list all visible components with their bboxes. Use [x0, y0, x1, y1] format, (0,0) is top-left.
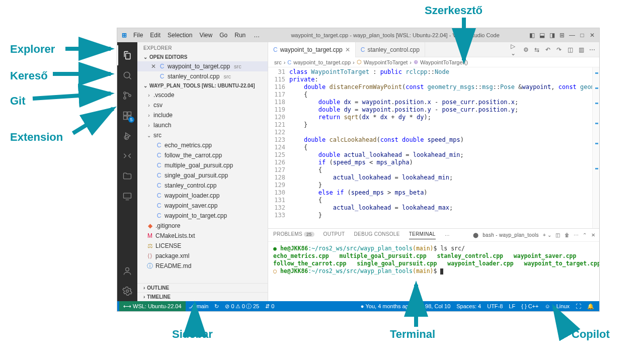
status-blame[interactable]: ● You, 4 months ago [358, 301, 415, 311]
annotation-sidebar: Sidebar [172, 328, 213, 341]
file-item[interactable]: ⟨⟩package.xml [137, 251, 268, 261]
folder-item[interactable]: ›.vscode [137, 90, 268, 100]
activity-remote[interactable] [117, 146, 137, 166]
code-content[interactable]: class WaypointToTarget : public rclcpp::… [289, 67, 592, 228]
editor-actions: ▷ ⌄ ⚙ ⇆ ↶ ↷ ◫ ▥ ⋯ [511, 46, 596, 54]
cpp-file-icon: C [158, 73, 166, 80]
activity-extensions[interactable]: 5 [117, 106, 137, 126]
layout-icon[interactable]: ▥ [577, 46, 585, 54]
activity-search[interactable] [117, 65, 137, 85]
file-item[interactable]: Cfollow_the_carrot.cpp [137, 150, 268, 160]
status-language[interactable]: { } C++ [518, 301, 541, 311]
layout-secondary-icon[interactable]: ◨ [548, 31, 556, 39]
layout-customize-icon[interactable]: ⊞ [558, 31, 566, 39]
more-icon[interactable]: ⋯ [588, 46, 596, 54]
panel-tab-debug[interactable]: DEBUG CONSOLE [354, 231, 400, 239]
folder-item[interactable]: ›launch [137, 120, 268, 130]
terminal-content[interactable]: ● he@JKK86:~/ros2_ws/src/wayp_plan_tools… [268, 242, 599, 301]
folder-item[interactable]: ›csv [137, 100, 268, 110]
file-item[interactable]: MCMakeLists.txt [137, 231, 268, 241]
file-item[interactable]: Cecho_metrics.cpp [137, 140, 268, 150]
status-ports[interactable]: ⇵ 0 [262, 301, 277, 311]
file-icon: ⟨⟩ [146, 252, 153, 259]
layout-panel-icon[interactable]: ⬓ [538, 31, 546, 39]
status-bell-icon[interactable]: 🔔 [584, 301, 597, 311]
vscode-window: ⊞ FileEditSelectionViewGoRun … waypoint_… [117, 28, 600, 312]
outline-header[interactable]: ›OUTLINE [137, 283, 268, 292]
cpp-file-icon: C [155, 172, 163, 179]
new-terminal-icon[interactable]: + ⌄ [543, 232, 552, 238]
file-item[interactable]: Csingle_goal_pursuit.cpp [137, 170, 268, 180]
file-item[interactable]: ◆.gitignore [137, 221, 268, 231]
maximize-panel-icon[interactable]: ⌃ [583, 232, 587, 238]
menu-run[interactable]: Run [231, 31, 249, 40]
breadcrumb[interactable]: src› C waypoint_to_target.cpp› ⬡Waypoint… [268, 57, 599, 67]
split-icon[interactable]: ◫ [566, 46, 574, 54]
folder-src[interactable]: ⌄src [137, 130, 268, 140]
open-editors-header[interactable]: ⌄OPEN EDITORS [137, 53, 268, 61]
minimap[interactable] [592, 67, 599, 228]
terminal-label[interactable]: bash - wayp_plan_tools [482, 232, 539, 238]
activity-folder[interactable] [117, 166, 137, 186]
file-item[interactable]: Cwaypoint_saver.cpp [137, 201, 268, 211]
file-item[interactable]: ⓘREADME.md [137, 261, 268, 271]
activity-git[interactable] [117, 85, 137, 106]
file-item[interactable]: Cwaypoint_loader.cpp [137, 191, 268, 201]
minimize-icon[interactable]: — [568, 31, 576, 39]
diff-icon[interactable]: ⇆ [533, 46, 541, 54]
gear-icon[interactable]: ⚙ [522, 46, 530, 54]
file-item[interactable]: Cstanley_control.cpp [137, 180, 268, 191]
code-editor[interactable]: 3111511611711811912012112212312412512612… [268, 67, 599, 228]
panel-tab-output[interactable]: OUTPUT [324, 231, 345, 239]
activity-debug[interactable] [117, 126, 137, 146]
editor-tab[interactable]: Cstanley_control.cpp [356, 42, 425, 57]
panel-tab-more[interactable]: … [445, 231, 450, 239]
activity-screen[interactable] [117, 186, 137, 206]
kill-terminal-icon[interactable]: 🗑 [565, 232, 570, 238]
timeline-header[interactable]: ›TIMELINE [137, 292, 268, 301]
annotation-explorer: Explorer [10, 43, 55, 56]
menu-overflow[interactable]: … [251, 31, 263, 40]
panel-tab-terminal[interactable]: TERMINAL [409, 231, 436, 239]
file-item[interactable]: Cmultiple_goal_pursuit.cpp [137, 160, 268, 170]
activity-account[interactable] [117, 261, 137, 281]
status-problems[interactable]: ⊘ 0⚠ 0ⓘ 25 [222, 301, 262, 311]
layout-primary-icon[interactable]: ◧ [528, 31, 536, 39]
menu-go[interactable]: Go [216, 31, 230, 40]
workspace-header[interactable]: ⌄WAYP_PLAN_TOOLS [WSL: UBUNTU-22.04] [137, 81, 268, 90]
cpp-file-icon: C [155, 142, 163, 149]
close-panel-icon[interactable]: ✕ [591, 232, 595, 238]
status-eol[interactable]: LF [506, 301, 518, 311]
editor-tab[interactable]: Cwaypoint_to_target.cpp✕ [268, 42, 356, 57]
file-item[interactable]: ⚖LICENSE [137, 241, 268, 251]
status-sync[interactable]: ↻ [211, 301, 222, 311]
status-remote[interactable]: ⟷ WSL: Ubuntu-22.04 [119, 301, 186, 311]
annotation-search: Kereső [10, 69, 48, 82]
panel-tab-problems[interactable]: PROBLEMS25 [273, 231, 314, 239]
open-editor-item[interactable]: Cstanley_control.cppsrc [137, 71, 268, 81]
menu-edit[interactable]: Edit [147, 31, 164, 40]
status-spaces[interactable]: Spaces: 4 [453, 301, 484, 311]
close-icon[interactable]: ✕ [588, 31, 596, 39]
file-item[interactable]: Cwaypoint_to_target.cpp [137, 211, 268, 221]
nav-fwd-icon[interactable]: ↷ [555, 46, 563, 54]
cpp-file-icon: C [273, 46, 278, 53]
menu-view[interactable]: View [196, 31, 215, 40]
menu-selection[interactable]: Selection [165, 31, 195, 40]
terminal-more-icon[interactable]: ⋯ [574, 232, 579, 238]
activity-explorer[interactable] [117, 45, 137, 65]
split-terminal-icon[interactable]: ◫ [555, 232, 560, 238]
activity-settings[interactable] [117, 281, 137, 301]
folder-item[interactable]: ›include [137, 110, 268, 120]
open-editor-item[interactable]: ✕Cwaypoint_to_target.cppsrc [137, 61, 268, 71]
nav-back-icon[interactable]: ↶ [544, 46, 552, 54]
menu-file[interactable]: File [130, 31, 146, 40]
maximize-icon[interactable]: □ [578, 31, 586, 39]
close-editor-icon[interactable]: ✕ [150, 63, 156, 70]
run-dropdown-icon[interactable]: ▷ ⌄ [511, 46, 519, 54]
annotation-editor: Szerkesztő [425, 4, 482, 17]
status-feedback-icon[interactable]: ⛶ [573, 301, 584, 311]
cpp-file-icon: C [155, 162, 163, 169]
close-tab-icon[interactable]: ✕ [345, 46, 350, 53]
status-encoding[interactable]: UTF-8 [484, 301, 506, 311]
